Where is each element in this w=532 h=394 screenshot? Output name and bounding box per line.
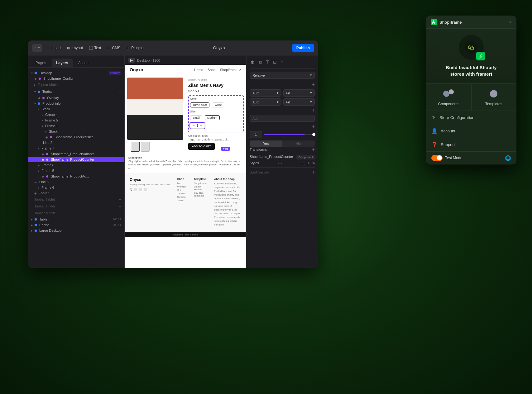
position-select[interactable]: Relative ▾ [250,72,315,79]
social-tiktok[interactable]: ⬜ [138,188,142,191]
copy-icon[interactable]: ⧉ [258,59,263,66]
tab-pages[interactable]: Pages [31,59,50,67]
layer-name-s2: Stack [49,130,121,133]
globe-icon[interactable]: 🌐 [505,155,511,161]
height-fit-select[interactable]: Fit ▾ [283,98,315,106]
layer-frame5a[interactable]: ▸ Frame 5 [28,117,124,123]
layer-stack2[interactable]: ▸ Stack [28,129,124,134]
close-button[interactable]: × [509,20,512,25]
add-topbar-icon[interactable]: + [119,89,121,94]
layer-shopframe-counter[interactable]: ◆ Shopiframe_ProductCounter [28,157,124,162]
social-instagram[interactable]: ⬜ [133,188,137,191]
trash-icon[interactable]: 🗑 [250,59,256,66]
add-transform-btn[interactable]: + [312,147,315,152]
layer-line3[interactable]: — Line 3 [28,179,124,185]
layer-frame5b[interactable]: ▸ Frame 5 [28,168,124,173]
no-button[interactable]: No [282,140,315,147]
sp-components-item[interactable]: Components [426,84,471,111]
product-counter[interactable]: − 1 + [190,123,205,129]
layer-frame6b[interactable]: ▸ Frame 6 [28,185,124,190]
color-three[interactable]: Three-color [190,102,209,107]
sp-support-item[interactable]: ❓ Support [426,138,516,151]
layer-shopframe-variants[interactable]: ◆ Shopiframe_ProductVariants [28,151,124,157]
layer-group4[interactable]: ▸ Group 4 [28,112,124,117]
back-button[interactable]: ↩ ▾ [32,44,42,52]
width-fit-select[interactable]: Fit ▾ [283,89,315,97]
add-field2-btn[interactable]: + [312,124,315,129]
layer-desktop[interactable]: ▾ Desktop Primary [28,70,124,76]
add-tinder-icon[interactable]: + [119,204,121,209]
align-top-icon[interactable]: ⊤ [265,59,270,66]
height-select[interactable]: Auto ▾ [250,98,281,106]
add-field[interactable]: Add... [250,115,315,122]
social-linkedin[interactable]: ⬜ [143,188,147,191]
test-mode-label: Test Mode [445,156,462,160]
layer-phone[interactable]: ▸ Phone 390 / 1 [28,222,124,228]
layer-name-f5b: Frame 5 [41,169,121,173]
counter-plus[interactable]: + [200,124,202,127]
preview-button[interactable]: ▶ [128,58,135,63]
layer-shopframe-ad[interactable]: ◆ Shopiframe_ProductAd... [28,173,124,179]
layer-shopframe-price[interactable]: ◆ Shopiframe_ProductPrice [28,134,124,140]
layer-tablet[interactable]: ▸ Tablet 768 / 1 [28,216,124,222]
insert-button[interactable]: ＋ Insert [44,44,63,52]
layer-product-info[interactable]: ▾ Product info [28,101,124,106]
yes-button[interactable]: Yes [250,140,282,147]
size-medium[interactable]: Medium [205,115,220,120]
test-mode-toggle[interactable] [431,155,443,161]
sp-store-config-item[interactable]: 🛍 Store Configuration [426,111,516,124]
layer-overlay[interactable]: ◆ Overlay [28,95,124,101]
footer-icon: ◈ [34,192,37,195]
layer-frame6[interactable]: ▸ Frame 6 [28,162,124,168]
layer-stack[interactable]: ▾ Stack [28,106,124,112]
cms-button[interactable]: ⊟ CMS [105,44,123,52]
layer-topbar[interactable]: ▾ Topbar + [28,88,124,95]
sp-account-item[interactable]: 👤 Account [426,124,516,138]
plugins-button[interactable]: ⊞ Plugins [124,44,146,52]
layer-color-overlay [42,97,45,99]
layout-button[interactable]: ⊞ Layout [65,44,85,52]
layer-frame7[interactable]: ▾ Frame 7 [28,145,124,151]
tab-layers[interactable]: Layers [52,59,73,67]
counter-minus[interactable]: − [193,124,195,127]
footer-women: Women [177,185,186,188]
slider-track[interactable] [264,134,315,135]
width-select[interactable]: Auto ▾ [250,89,281,97]
add-constraint-btn[interactable]: + [312,82,315,88]
shopify-store-icon: 🛍 [431,115,436,120]
add-to-cart-button[interactable]: ADD TO CART [188,143,215,150]
layer-topbar-tinder[interactable]: Topbar Tinder + [28,203,124,210]
text-button[interactable]: T Text [87,44,104,52]
yes-no-toggle[interactable]: Yes No [250,140,315,147]
product-price: $27.50 [188,89,244,93]
layer-large-desktop[interactable]: ▸ Large Desktop [28,228,124,233]
add-icon[interactable]: + [119,82,121,87]
social-twitter[interactable]: 𝕏 [130,188,132,191]
add-scroll-btn[interactable]: + [312,169,315,175]
size-small[interactable]: Small [190,115,202,120]
tab-assets[interactable]: Assets [74,59,94,67]
add-mobile2-icon[interactable]: + [119,211,121,216]
layer-shopframe-config[interactable]: ◆ Shopiframe_Config [28,76,124,81]
color-white[interactable]: White [212,102,224,107]
layer-topbar-mobile2[interactable]: Topbar Mobile + [28,210,124,216]
layer-name-footer: Footer [39,191,121,195]
more-icon[interactable]: ≡ [280,59,284,66]
slider-number[interactable]: 1 [250,131,262,138]
thumb-1[interactable] [131,142,140,152]
layer-topbar-mobile[interactable]: ▸ Topbar Mobile + [28,81,124,88]
layer-footer[interactable]: ◈ Footer [28,190,124,196]
publish-button[interactable]: Publish [292,44,314,52]
diamond-icon-overlay: ◆ [38,96,41,100]
layer-topbar-tablet[interactable]: Topbar Tablet + [28,196,124,203]
add-layout-btn[interactable]: + [312,107,315,113]
slider-thumb [312,133,315,136]
thumb-2[interactable] [141,142,150,152]
footer-jeans: Jeans [177,199,186,202]
layer-frame1[interactable]: ▾ Frame 1 [28,123,124,129]
sp-templates-item[interactable]: Templates [472,84,516,111]
layer-line2[interactable]: — Line 2 [28,140,124,145]
add-tablet-icon[interactable]: + [119,197,121,202]
svg-point-5 [490,90,497,97]
align-center-icon[interactable]: ⊟ [272,59,278,66]
